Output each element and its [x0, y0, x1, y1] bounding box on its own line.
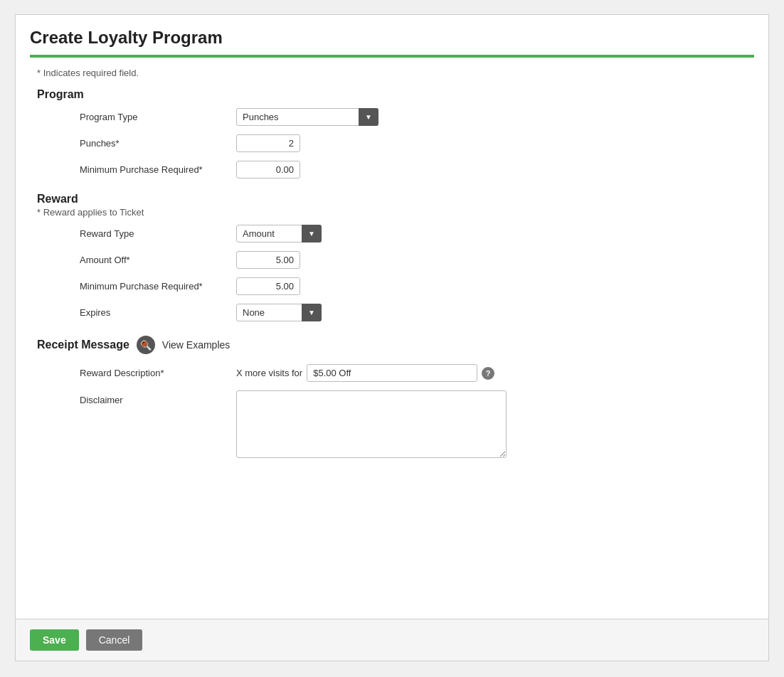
- required-note: * Indicates required field.: [37, 68, 747, 78]
- amount-off-input[interactable]: [236, 251, 300, 269]
- program-min-purchase-row: Minimum Purchase Required*: [37, 161, 747, 178]
- disclaimer-label: Disclaimer: [80, 390, 236, 405]
- view-examples-icon[interactable]: [137, 336, 155, 354]
- reward-type-row: Reward Type Amount Percent Free Item: [37, 225, 747, 242]
- reward-description-input[interactable]: [307, 364, 477, 382]
- page-header: Create Loyalty Program: [16, 15, 768, 58]
- amount-off-row: Amount Off*: [37, 251, 747, 269]
- reward-description-row: Reward Description* X more visits for ?: [37, 364, 747, 382]
- receipt-message-title: Receipt Message: [37, 338, 129, 351]
- expires-label: Expires: [80, 307, 236, 318]
- program-min-purchase-label: Minimum Purchase Required*: [80, 164, 236, 175]
- reward-description-label: Reward Description*: [80, 368, 236, 378]
- expires-row: Expires None 30 Days 60 Days 90 Days 1 Y…: [37, 304, 747, 321]
- reward-type-label: Reward Type: [80, 228, 236, 239]
- reward-min-purchase-input[interactable]: [236, 277, 300, 295]
- page-footer: Save Cancel: [16, 619, 768, 661]
- reward-type-select[interactable]: Amount Percent Free Item: [236, 225, 322, 242]
- expires-select-wrapper[interactable]: None 30 Days 60 Days 90 Days 1 Year: [236, 304, 322, 321]
- punches-label: Punches*: [80, 138, 236, 149]
- page-title: Create Loyalty Program: [30, 28, 754, 48]
- expires-select[interactable]: None 30 Days 60 Days 90 Days 1 Year: [236, 304, 322, 321]
- punches-row: Punches*: [37, 134, 747, 152]
- disclaimer-textarea[interactable]: [236, 390, 507, 458]
- receipt-message-section: Receipt Message View Examples Reward Des…: [37, 336, 747, 458]
- program-type-label: Program Type: [80, 112, 236, 122]
- program-type-select[interactable]: Punches Points Visits: [236, 108, 378, 126]
- help-icon[interactable]: ?: [482, 367, 494, 380]
- cancel-button[interactable]: Cancel: [86, 629, 143, 651]
- reward-section-subtitle: * Reward applies to Ticket: [37, 207, 747, 218]
- page-content: * Indicates required field. Program Prog…: [16, 58, 768, 486]
- program-min-purchase-input[interactable]: [236, 161, 300, 178]
- disclaimer-row: Disclaimer: [37, 390, 747, 458]
- program-section: Program Program Type Punches Points Visi…: [37, 88, 747, 178]
- x-more-visits-text: X more visits for: [236, 368, 302, 378]
- program-type-select-wrapper[interactable]: Punches Points Visits: [236, 108, 378, 126]
- program-type-row: Program Type Punches Points Visits: [37, 108, 747, 126]
- page-container: Create Loyalty Program * Indicates requi…: [15, 14, 769, 661]
- reward-min-purchase-label: Minimum Purchase Required*: [80, 281, 236, 292]
- view-examples-link[interactable]: View Examples: [162, 339, 230, 351]
- save-button[interactable]: Save: [30, 629, 79, 651]
- reward-description-inline: X more visits for ?: [236, 364, 494, 382]
- amount-off-label: Amount Off*: [80, 255, 236, 265]
- reward-min-purchase-row: Minimum Purchase Required*: [37, 277, 747, 295]
- receipt-message-header: Receipt Message View Examples: [37, 336, 747, 354]
- program-section-title: Program: [37, 88, 747, 101]
- reward-section-title: Reward: [37, 193, 747, 206]
- reward-section: Reward * Reward applies to Ticket Reward…: [37, 193, 747, 321]
- punches-input[interactable]: [236, 134, 300, 152]
- reward-type-select-wrapper[interactable]: Amount Percent Free Item: [236, 225, 322, 242]
